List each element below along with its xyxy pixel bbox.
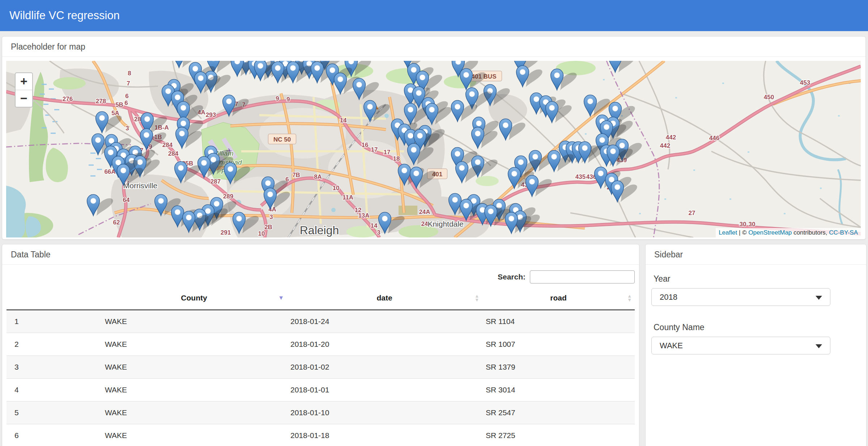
road-number-label: 435 <box>575 173 586 180</box>
road-number-label: 9 <box>276 95 279 102</box>
data-table: County▼date▲▼road▲▼ 1WAKE2018-01-24SR 11… <box>7 286 635 446</box>
road-number-label: 10 <box>258 230 265 237</box>
road-number-label: 8A <box>314 173 322 180</box>
cell-rowname: 3 <box>7 356 101 379</box>
chevron-down-icon <box>816 344 822 348</box>
road-number-label: 450 <box>764 94 774 101</box>
openstreetmap-link[interactable]: OpenStreetMap <box>748 229 792 236</box>
year-select[interactable]: 2018 <box>651 288 830 306</box>
cell-rowname: 4 <box>7 379 101 401</box>
road-number-label: 7 <box>127 80 130 87</box>
cell-county: WAKE <box>101 310 287 333</box>
table-row[interactable]: 5WAKE2018-01-10SR 2547 <box>7 401 635 424</box>
search-label: Search: <box>498 273 526 281</box>
year-label: Year <box>654 274 860 284</box>
cell-date: 2018-01-02 <box>287 356 482 379</box>
road-number-label: 7B <box>292 172 300 178</box>
table-row[interactable]: 2WAKE2018-01-20SR 1007 <box>7 333 635 356</box>
road-number-label: 18 <box>393 155 400 162</box>
county-select-value: WAKE <box>660 341 683 350</box>
cell-rowname: 6 <box>7 424 101 446</box>
cell-date: 2018-01-18 <box>287 424 482 446</box>
cell-road: SR 2547 <box>482 401 635 424</box>
cell-county: WAKE <box>101 401 287 424</box>
road-number-label: 24A <box>419 209 430 215</box>
road-number-label: 30 <box>740 221 746 228</box>
road-number-label: 13A <box>358 212 369 219</box>
cell-road: SR 3014 <box>482 379 635 401</box>
table-search-row: Search: <box>7 270 635 283</box>
place-name-label: Raleigh <box>300 224 339 237</box>
map-zoom-control: + − <box>15 72 33 108</box>
road-number-label: 10 <box>333 185 340 192</box>
road-number-label: 62 <box>113 219 120 226</box>
road-number-label: 291 <box>221 229 231 236</box>
table-corner-header <box>7 286 101 310</box>
app-title: Wildlife VC regression <box>0 0 868 31</box>
road-number-label: 442 <box>660 142 670 149</box>
cell-county: WAKE <box>101 333 287 356</box>
road-number-label: 17 <box>384 149 391 156</box>
road-number-label: 293 <box>206 112 216 118</box>
road-number-label: 6 <box>124 100 128 106</box>
road-number-label: 14 <box>340 117 347 124</box>
map-attribution: Leaflet | © OpenStreetMap contributors, … <box>716 228 861 237</box>
road-number-label: 2B <box>264 224 272 231</box>
road-shield-label: NC 50 <box>273 136 291 143</box>
data-table-panel: Data Table Search: County▼date▲▼road▲▼ 1… <box>2 244 639 446</box>
cell-road: SR 1104 <box>482 310 635 333</box>
cell-date: 2018-01-10 <box>287 401 482 424</box>
cell-rowname: 2 <box>7 333 101 356</box>
place-name-label: Knightdale <box>427 220 463 228</box>
cell-road: SR 1007 <box>482 333 635 356</box>
attribution-contributors: contributors, <box>792 229 829 236</box>
county-select[interactable]: WAKE <box>651 337 830 354</box>
road-number-label: 284 <box>162 142 173 148</box>
sort-both-icon: ▲▼ <box>475 294 479 302</box>
road-number-label: 14 <box>371 222 378 229</box>
cell-date: 2018-01-01 <box>287 379 482 401</box>
cell-rowname: 5 <box>7 401 101 424</box>
sort-desc-icon: ▼ <box>278 295 284 301</box>
sort-both-icon: ▲▼ <box>627 294 632 302</box>
table-row[interactable]: 3WAKE2018-01-02SR 1379 <box>7 356 635 379</box>
attribution-separator: | © <box>737 229 748 236</box>
leaflet-map[interactable]: ✈ <box>6 61 861 237</box>
road-number-label: 453 <box>800 79 810 86</box>
cell-county: WAKE <box>101 424 287 446</box>
road-number-label: 287 <box>210 178 221 185</box>
road-number-label: 3 <box>377 229 380 236</box>
table-row[interactable]: 4WAKE2018-01-01SR 3014 <box>7 379 635 401</box>
column-header-label: road <box>550 294 567 302</box>
column-header-County[interactable]: County▼ <box>101 286 287 310</box>
table-panel-title: Data Table <box>2 244 639 265</box>
road-number-label: 6 <box>125 93 128 100</box>
road-number-label: 11A <box>342 194 353 201</box>
road-number-label: 276 <box>63 96 73 102</box>
road-number-label: 16 <box>362 142 369 148</box>
cell-date: 2018-01-24 <box>287 310 482 333</box>
road-number-label: 3 <box>269 214 273 220</box>
license-link[interactable]: CC-BY-SA <box>829 229 858 236</box>
map-panel-title: Placeholder for map <box>2 37 865 57</box>
road-number-label: 278 <box>96 98 106 105</box>
road-number-label: 24 <box>421 220 428 227</box>
road-number-label: 446 <box>709 135 719 142</box>
road-number-label: 289 <box>223 193 233 200</box>
cell-county: WAKE <box>101 379 287 401</box>
road-number-label: 284 <box>168 150 179 157</box>
table-row[interactable]: 1WAKE2018-01-24SR 1104 <box>7 310 635 333</box>
table-row[interactable]: 6WAKE2018-01-18SR 2725 <box>7 424 635 446</box>
map-canvas: ✈ <box>6 61 861 237</box>
road-number-label: 3 <box>125 125 129 132</box>
zoom-in-button[interactable]: + <box>16 73 32 90</box>
leaflet-link[interactable]: Leaflet <box>719 229 737 236</box>
search-input[interactable] <box>530 270 635 283</box>
road-number-label: 64 <box>123 197 130 203</box>
column-header-road[interactable]: road▲▼ <box>482 286 635 310</box>
column-header-label: County <box>181 294 207 302</box>
chevron-down-icon <box>816 296 822 300</box>
column-header-date[interactable]: date▲▼ <box>287 286 482 310</box>
zoom-out-button[interactable]: − <box>16 90 32 107</box>
road-number-label: 8 <box>128 70 131 77</box>
